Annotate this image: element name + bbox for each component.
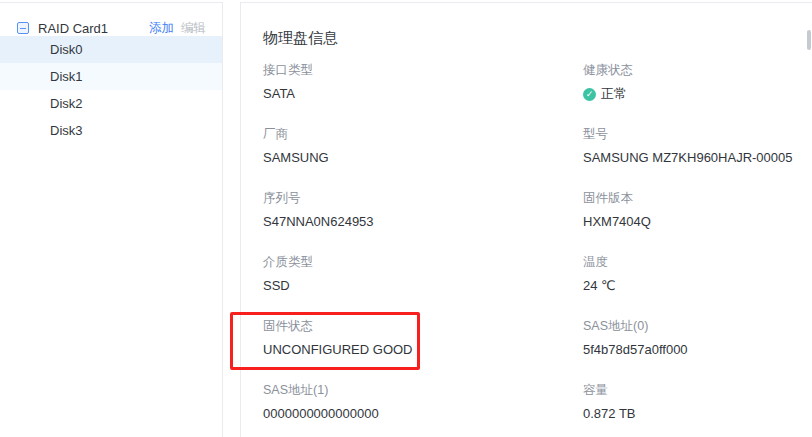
edit-link[interactable]: 编辑 bbox=[181, 20, 206, 37]
field-label: 固件版本 bbox=[583, 189, 812, 207]
field-label: 型号 bbox=[583, 125, 812, 143]
field-model: 型号 SAMSUNG MZ7KH960HAJR-00005 bbox=[583, 125, 812, 167]
field-health-status: 健康状态 ✓ 正常 bbox=[583, 61, 812, 103]
field-value: 0.872 TB bbox=[583, 405, 812, 423]
sidebar-item-disk0[interactable]: Disk0 bbox=[0, 36, 222, 63]
field-value: SAMSUNG MZ7KH960HAJR-00005 bbox=[583, 149, 812, 167]
sidebar-item-disk2[interactable]: Disk2 bbox=[0, 90, 222, 117]
sidebar-item-disk1[interactable]: Disk1 bbox=[0, 63, 222, 90]
field-value: 5f4b78d57a0ff000 bbox=[583, 341, 812, 359]
field-label: 接口类型 bbox=[263, 61, 583, 79]
field-label: 厂商 bbox=[263, 125, 583, 143]
tree-actions: 添加 编辑 bbox=[149, 20, 206, 37]
disk-list: Disk0 Disk1 Disk2 Disk3 bbox=[0, 36, 222, 144]
field-value: 24 ℃ bbox=[583, 277, 812, 295]
field-label: 序列号 bbox=[263, 189, 583, 207]
vertical-scrollbar-thumb[interactable] bbox=[807, 30, 811, 50]
field-media-type: 介质类型 SSD bbox=[263, 253, 583, 295]
disk-info-panel: 物理盘信息 接口类型 SATA 健康状态 ✓ 正常 厂商 SAMSUNG 型号 … bbox=[240, 2, 812, 437]
field-value: SAMSUNG bbox=[263, 149, 583, 167]
field-label: SAS地址(0) bbox=[583, 317, 812, 335]
field-capacity: 容量 0.872 TB bbox=[583, 381, 812, 423]
sidebar-item-disk3[interactable]: Disk3 bbox=[0, 117, 222, 144]
field-firmware-version: 固件版本 HXM7404Q bbox=[583, 189, 812, 231]
field-vendor: 厂商 SAMSUNG bbox=[263, 125, 583, 167]
add-link[interactable]: 添加 bbox=[149, 20, 174, 37]
field-label: 健康状态 bbox=[583, 61, 812, 79]
field-label: 固件状态 bbox=[263, 317, 583, 335]
field-interface-type: 接口类型 SATA bbox=[263, 61, 583, 103]
field-value: ✓ 正常 bbox=[583, 85, 812, 103]
disk-info-fields: 接口类型 SATA 健康状态 ✓ 正常 厂商 SAMSUNG 型号 SAMSUN… bbox=[263, 61, 812, 423]
field-label: 温度 bbox=[583, 253, 812, 271]
field-value: HXM7404Q bbox=[583, 213, 812, 231]
field-serial-number: 序列号 S47NNA0N624953 bbox=[263, 189, 583, 231]
field-temperature: 温度 24 ℃ bbox=[583, 253, 812, 295]
field-value: SSD bbox=[263, 277, 583, 295]
collapse-minus-square-icon[interactable] bbox=[17, 22, 29, 34]
field-value: UNCONFIGURED GOOD bbox=[263, 341, 583, 359]
field-value: 0000000000000000 bbox=[263, 405, 583, 423]
field-label: 容量 bbox=[583, 381, 812, 399]
field-value: S47NNA0N624953 bbox=[263, 213, 583, 231]
field-label: 介质类型 bbox=[263, 253, 583, 271]
page-title: 物理盘信息 bbox=[263, 29, 812, 49]
raid-tree-sidebar: RAID Card1 添加 编辑 Disk0 Disk1 Disk2 Disk3 bbox=[0, 2, 223, 437]
raid-card-label[interactable]: RAID Card1 bbox=[38, 21, 108, 36]
field-label: SAS地址(1) bbox=[263, 381, 583, 399]
field-sas-address-1: SAS地址(1) 0000000000000000 bbox=[263, 381, 583, 423]
physical-disk-page: RAID Card1 添加 编辑 Disk0 Disk1 Disk2 Disk3… bbox=[0, 0, 812, 437]
check-circle-icon: ✓ bbox=[583, 88, 596, 101]
field-value: SATA bbox=[263, 85, 583, 103]
health-status-text: 正常 bbox=[601, 85, 627, 103]
field-sas-address-0: SAS地址(0) 5f4b78d57a0ff000 bbox=[583, 317, 812, 359]
field-firmware-state: 固件状态 UNCONFIGURED GOOD bbox=[263, 317, 583, 359]
